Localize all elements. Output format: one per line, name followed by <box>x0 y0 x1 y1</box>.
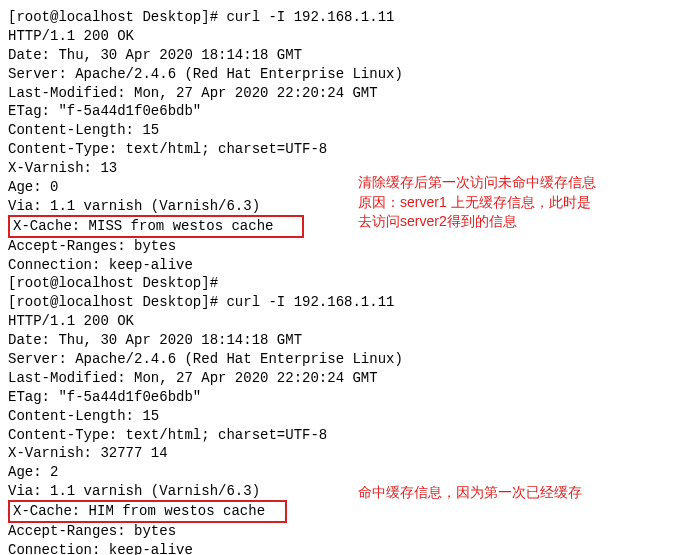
header-content-type: Content-Type: text/html; charset=UTF-8 <box>8 426 692 445</box>
header-server: Server: Apache/2.4.6 (Red Hat Enterprise… <box>8 65 692 84</box>
annotation-miss-explanation: 清除缓存后第一次访问未命中缓存信息 原因：server1 上无缓存信息，此时是 … <box>358 173 700 232</box>
annotation-line: 命中缓存信息，因为第一次已经缓存 <box>358 484 582 500</box>
header-date: Date: Thu, 30 Apr 2020 18:14:18 GMT <box>8 331 692 350</box>
header-accept-ranges: Accept-Ranges: bytes <box>8 237 692 256</box>
header-content-length: Content-Length: 15 <box>8 121 692 140</box>
http-status-line: HTTP/1.1 200 OK <box>8 27 692 46</box>
annotation-line: 去访问server2得到的信息 <box>358 213 517 229</box>
header-x-cache-hit-highlighted: X-Cache: HIM from westos cache <box>8 501 692 522</box>
header-last-modified: Last-Modified: Mon, 27 Apr 2020 22:20:24… <box>8 369 692 388</box>
prompt-line: [root@localhost Desktop]# curl -I 192.16… <box>8 293 692 312</box>
annotation-line: 清除缓存后第一次访问未命中缓存信息 <box>358 174 596 190</box>
prompt-line-empty: [root@localhost Desktop]# <box>8 274 692 293</box>
annotation-line: 原因：server1 上无缓存信息，此时是 <box>358 194 591 210</box>
header-connection: Connection: keep-alive <box>8 541 692 555</box>
header-etag: ETag: "f-5a44d1f0e6bdb" <box>8 388 692 407</box>
annotation-hit-explanation: 命中缓存信息，因为第一次已经缓存 <box>358 483 700 503</box>
header-age: Age: 2 <box>8 463 692 482</box>
header-accept-ranges: Accept-Ranges: bytes <box>8 522 692 541</box>
header-connection: Connection: keep-alive <box>8 256 692 275</box>
header-content-type: Content-Type: text/html; charset=UTF-8 <box>8 140 692 159</box>
header-last-modified: Last-Modified: Mon, 27 Apr 2020 22:20:24… <box>8 84 692 103</box>
terminal-output-container: [root@localhost Desktop]# curl -I 192.16… <box>8 8 692 555</box>
header-content-length: Content-Length: 15 <box>8 407 692 426</box>
prompt-line: [root@localhost Desktop]# curl -I 192.16… <box>8 8 692 27</box>
header-x-varnish: X-Varnish: 32777 14 <box>8 444 692 463</box>
http-status-line: HTTP/1.1 200 OK <box>8 312 692 331</box>
header-date: Date: Thu, 30 Apr 2020 18:14:18 GMT <box>8 46 692 65</box>
header-server: Server: Apache/2.4.6 (Red Hat Enterprise… <box>8 350 692 369</box>
red-highlight-box: X-Cache: HIM from westos cache <box>8 500 287 523</box>
header-etag: ETag: "f-5a44d1f0e6bdb" <box>8 102 692 121</box>
red-highlight-box: X-Cache: MISS from westos cache <box>8 215 304 238</box>
